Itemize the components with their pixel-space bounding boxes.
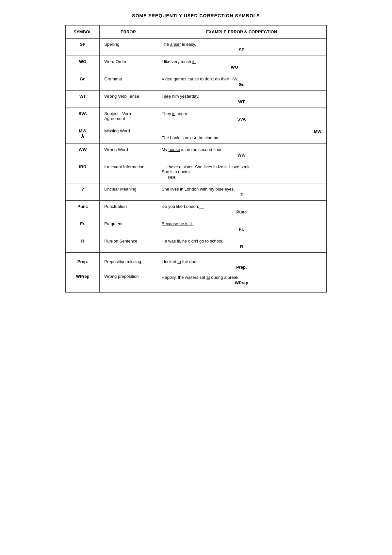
table-row: ? Unclear Meaning She lives in London wi… [66, 183, 326, 201]
example-r: He was ill, he didn't go to school. R [157, 235, 326, 253]
table-row: WW Wrong Word My house is on the second … [66, 144, 326, 161]
example-prep: I locked to the door. Prep. Happily, the… [157, 253, 326, 293]
table-row: Gr. Grammar Video games cause to don't d… [66, 73, 326, 91]
table-row: Fr. Fragment Because he is ill. Fr. [66, 218, 326, 235]
symbol-unclear: ? [66, 183, 100, 201]
error-prep: Preposition missing Wrong preposition [100, 253, 157, 293]
example-sva: They is angry. SVA [157, 108, 326, 125]
error-sva: Subject - Verb Agreement [100, 108, 157, 125]
example-sp: The anser is easy. SP [157, 39, 326, 56]
example-irr: ....I have a sister. She lives in İzmir.… [157, 161, 326, 183]
header-example: EXAMPLE ERROR & CORRECTION [157, 25, 326, 39]
example-ww: My house is on the second floor. WW [157, 144, 326, 161]
symbol-irr: IRR [66, 161, 100, 183]
symbol-prep: Prep. WPrep [66, 253, 100, 293]
table-row: Punc Punctuation Do you like London.__ P… [66, 201, 326, 218]
correction-table: SYMBOL ERROR EXAMPLE ERROR & CORRECTION … [65, 25, 327, 293]
error-ww: Wrong Word [100, 144, 157, 161]
table-row: WT Wrong Verb Tense I see him yesterday.… [66, 91, 326, 108]
symbol-gr: Gr. [66, 73, 100, 91]
example-wo: I like very much it. WO______ [157, 56, 326, 73]
error-irr: Irrelevant Information [100, 161, 157, 183]
symbol-sp: SP [66, 39, 100, 56]
table-row: R Run-on Sentence He was ill, he didn't … [66, 235, 326, 253]
table-row: Prep. WPrep Preposition missing Wrong pr… [66, 253, 326, 293]
symbol-ww: WW [66, 144, 100, 161]
error-gr: Grammar [100, 73, 157, 91]
header-symbol: SYMBOL [66, 25, 100, 39]
error-sp: Spelling [100, 39, 157, 56]
error-mw: Missing Word [100, 125, 157, 144]
table-row: SP Spelling The anser is easy. SP [66, 39, 326, 56]
symbol-fr: Fr. [66, 218, 100, 235]
page-container: SOME FREQUENTLY USED CORRECTION SYMBOLS … [65, 13, 327, 542]
error-wo: Word Order [100, 56, 157, 73]
error-r: Run-on Sentence [100, 235, 157, 253]
table-row: MW λ Missing Word MW The bank is next λ … [66, 125, 326, 144]
table-row: WO Word Order I like very much it. WO___… [66, 56, 326, 73]
table-row: IRR Irrelevant Information ....I have a … [66, 161, 326, 183]
symbol-wt: WT [66, 91, 100, 108]
error-unclear: Unclear Meaning [100, 183, 157, 201]
symbol-r: R [66, 235, 100, 253]
example-mw: MW The bank is next λ the cinema. [157, 125, 326, 144]
error-punc: Punctuation [100, 201, 157, 218]
symbol-sva: SVA [66, 108, 100, 125]
example-unclear: She lives in London with my blue eyes. ? [157, 183, 326, 201]
example-gr: Video games cause to don't do their HW. … [157, 73, 326, 91]
symbol-wo: WO [66, 56, 100, 73]
error-wt: Wrong Verb Tense [100, 91, 157, 108]
table-header-row: SYMBOL ERROR EXAMPLE ERROR & CORRECTION [66, 25, 326, 39]
header-error: ERROR [100, 25, 157, 39]
error-fr: Fragment [100, 218, 157, 235]
table-row: SVA Subject - Verb Agreement They is ang… [66, 108, 326, 125]
example-punc: Do you like London.__ Punc [157, 201, 326, 218]
example-wt: I see him yesterday. WT [157, 91, 326, 108]
symbol-punc: Punc [66, 201, 100, 218]
example-fr: Because he is ill. Fr. [157, 218, 326, 235]
symbol-mw: MW λ [66, 125, 100, 144]
page-title: SOME FREQUENTLY USED CORRECTION SYMBOLS [65, 13, 327, 18]
